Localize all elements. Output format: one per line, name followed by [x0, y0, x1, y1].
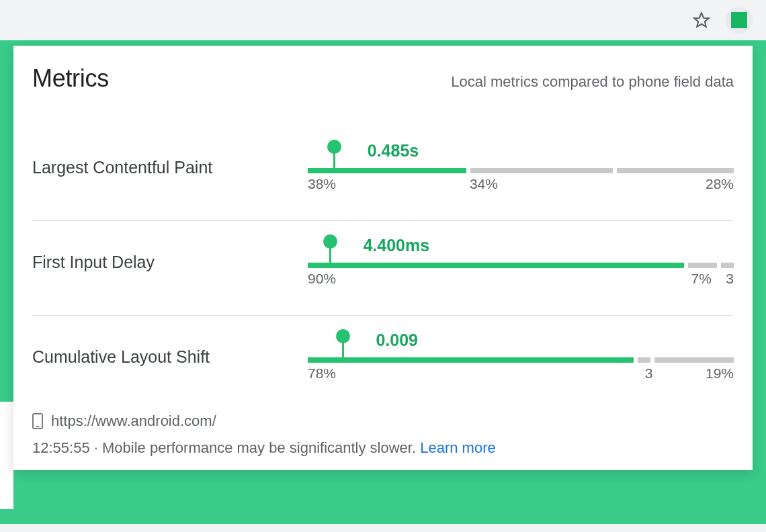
metric-name: First Input Delay [32, 253, 308, 272]
panel-footer: https://www.android.com/ 12:55:55 · Mobi… [32, 412, 734, 457]
distribution-bar [308, 168, 734, 173]
metric-name: Largest Contentful Paint [32, 158, 308, 177]
segment-label: 19% [706, 365, 734, 382]
metrics-panel: Metrics Local metrics compared to phone … [13, 46, 753, 470]
distribution-bar [308, 357, 734, 363]
metric-row: First Input Delay4.400ms90%7%3 [32, 221, 734, 316]
bar-segment-good [308, 357, 634, 363]
bar-segment-mid [470, 168, 612, 173]
metric-value: 4.400ms [363, 236, 429, 255]
bar-labels: 78%319% [308, 365, 734, 382]
panel-subtitle: Local metrics compared to phone field da… [451, 73, 734, 91]
footer-message: Mobile performance may be significantly … [102, 439, 420, 456]
segment-label: 90% [308, 271, 336, 287]
bookmark-star-icon[interactable] [692, 11, 711, 30]
footer-timestamp: 12:55:55 [32, 439, 90, 456]
bar-segment-mid [688, 263, 718, 268]
extension-status-icon [731, 12, 747, 28]
bar-segment-good [308, 168, 466, 173]
panel-title: Metrics [32, 64, 109, 93]
bar-labels: 38%34%28% [308, 176, 734, 192]
segment-label: 34% [470, 176, 498, 192]
bar-segment-poor [617, 168, 734, 173]
segment-label: 28% [706, 176, 734, 192]
metric-row: Cumulative Layout Shift0.00978%319% [32, 316, 734, 410]
learn-more-link[interactable]: Learn more [420, 439, 496, 456]
bar-segment-good [308, 263, 684, 268]
metric-value: 0.009 [376, 330, 418, 350]
metric-chart: 0.00978%319% [308, 333, 734, 380]
distribution-bar [308, 263, 734, 268]
segment-label: 3 [726, 271, 734, 287]
footer-url: https://www.android.com/ [51, 412, 216, 430]
segment-label: 7% [691, 271, 712, 287]
bar-segment-mid [638, 357, 650, 363]
bar-segment-poor [654, 357, 734, 363]
svg-marker-0 [694, 13, 709, 27]
metric-name: Cumulative Layout Shift [32, 347, 308, 367]
metric-chart: 4.400ms90%7%3 [308, 238, 734, 285]
phone-icon [32, 413, 43, 429]
panel-header: Metrics Local metrics compared to phone … [32, 64, 734, 93]
segment-label: 3 [645, 365, 653, 382]
bar-labels: 90%7%3 [308, 271, 734, 287]
page-background-overlay [0, 402, 13, 509]
footer-message-line: 12:55:55 · Mobile performance may be sig… [32, 439, 734, 457]
metric-chart: 0.485s38%34%28% [308, 144, 734, 191]
footer-separator: · [90, 439, 102, 456]
bar-segment-poor [721, 263, 734, 268]
metric-row: Largest Contentful Paint0.485s38%34%28% [32, 126, 734, 221]
extension-badge[interactable] [726, 7, 753, 34]
metric-value: 0.485s [368, 141, 419, 161]
segment-label: 78% [308, 365, 336, 382]
footer-url-row: https://www.android.com/ [32, 412, 734, 430]
segment-label: 38% [308, 176, 336, 192]
browser-toolbar [0, 0, 766, 40]
